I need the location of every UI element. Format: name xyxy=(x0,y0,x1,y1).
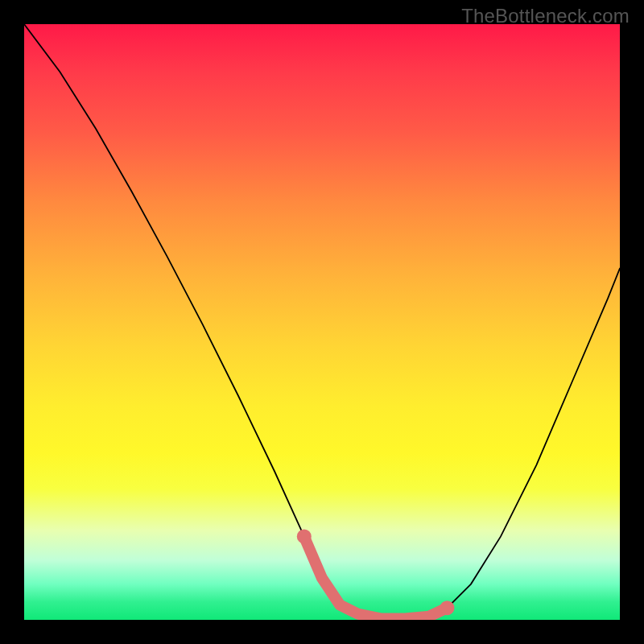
flat-region-stroke xyxy=(304,536,448,618)
bottleneck-curve xyxy=(24,24,620,619)
flat-region-endpoint xyxy=(440,601,454,615)
flat-region-endpoint xyxy=(297,529,312,543)
flat-region-markers xyxy=(297,529,455,618)
chart-svg xyxy=(24,24,620,620)
watermark-text: TheBottleneck.com xyxy=(461,5,630,27)
plot-area xyxy=(24,24,620,620)
